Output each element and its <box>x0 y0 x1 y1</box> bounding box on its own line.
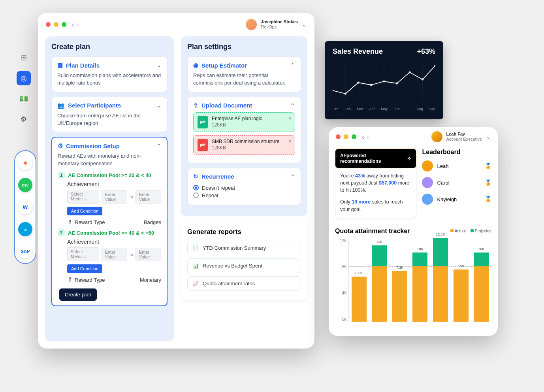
money-icon[interactable]: 💵 <box>17 92 31 106</box>
remove-icon[interactable]: × <box>289 139 292 144</box>
report-label: Revenue vs Budget Spent <box>203 263 262 269</box>
achievement-label: Achievement <box>67 181 161 187</box>
gift-icon: 🎖 <box>67 219 72 225</box>
bar-label: 12.1K <box>436 232 445 236</box>
report-icon: 📈 <box>192 281 199 286</box>
gear-icon[interactable]: ⚙ <box>17 112 31 126</box>
rec-line-1: You're 43% away from hitting next payout… <box>335 172 416 198</box>
rec-line-2: Only 10 more sales to reach your goal. <box>335 198 416 217</box>
workday-icon[interactable]: w <box>18 200 32 214</box>
salesforce-icon[interactable]: ☁ <box>18 222 32 236</box>
sales-revenue-card: Sales Revenue +63% JanFebMarAprMayJunJul… <box>325 41 443 119</box>
avatar <box>431 131 442 142</box>
plan-details-header[interactable]: ▦Plan Details ⌄ <box>57 62 162 69</box>
month-label: Jan <box>333 107 339 111</box>
maximize-icon[interactable] <box>62 22 66 27</box>
recommendations-header: AI-powered recommendations ✧ <box>335 149 416 168</box>
chevron-up-icon: ⌃ <box>156 143 161 149</box>
rep-window: ‹ › Leah Fay Account Executive ⌄ AI-powe… <box>329 127 498 336</box>
back-icon[interactable]: ‹ <box>72 21 74 29</box>
value-input[interactable]: Enter Value <box>136 190 161 204</box>
chevron-up-icon: ⌃ <box>290 102 295 109</box>
close-icon[interactable] <box>46 22 51 27</box>
upload-card: ⇧Upload Document ⌃ pdf Enterprise AE pla… <box>187 97 301 163</box>
report-label: YTD Commission Summary <box>203 245 266 251</box>
value-input[interactable]: Enter Value <box>136 248 161 261</box>
maximize-icon[interactable] <box>352 134 356 139</box>
select-metric-input[interactable]: Select Metric ⌄ <box>67 247 99 261</box>
bar-label: 7.3K <box>396 266 404 270</box>
integrations-rail: ⬢ csv w ☁ SAP <box>14 150 36 264</box>
create-plan-button[interactable]: Create plan <box>59 288 97 301</box>
value-input[interactable]: Enter Value <box>102 190 127 204</box>
medal-icon: 🏅 <box>485 179 491 186</box>
minimize-icon[interactable] <box>54 22 58 27</box>
commission-header[interactable]: ⚙Commission Setup ⌃ <box>58 142 161 149</box>
recurrence-option[interactable]: Repeat <box>193 192 295 198</box>
report-label: Quota attainment rates <box>203 281 255 286</box>
chevron-down-icon: ⌄ <box>486 134 491 140</box>
estimator-header[interactable]: ◉Setup Estimator ⌃ <box>193 62 295 69</box>
hubspot-icon[interactable]: ⬢ <box>18 156 32 170</box>
quota-bar <box>433 238 448 322</box>
forward-icon[interactable]: › <box>77 21 79 29</box>
participants-card: 👥Select Participants ⌄ Choose from enter… <box>51 97 168 132</box>
calculator-icon: ◉ <box>193 62 198 69</box>
report-item[interactable]: 📊Revenue vs Budget Spent <box>187 258 301 273</box>
nav-arrows: ‹ › <box>72 21 79 29</box>
estimator-card: ◉Setup Estimator ⌃ Reps can estimate the… <box>187 57 301 92</box>
y-tick: 0K <box>335 317 347 322</box>
leaderboard-card: Leaderboard Leah🏅Carol🏅Kayleigh🏅 <box>422 149 491 218</box>
target-icon[interactable]: ◎ <box>17 71 31 85</box>
month-label: Jul <box>406 107 410 111</box>
recurrence-card: ↻Recurrence ⌃ Doesn't repeat Repeat <box>187 168 301 205</box>
user-menu[interactable]: Josephine Stokes RevOps ⌄ <box>246 19 307 30</box>
radio-icon <box>193 192 199 198</box>
value-input[interactable]: Enter Value <box>102 248 127 261</box>
plan-details-desc: Build commission plans with accelerators… <box>57 72 162 87</box>
commission-card: ⚙Commission Setup ⌃ Reward AEs with mone… <box>51 137 168 306</box>
leader-name: Leah <box>437 163 448 169</box>
recurrence-option[interactable]: Doesn't repeat <box>193 185 295 191</box>
sap-icon[interactable]: SAP <box>18 244 32 258</box>
pdf-icon: pdf <box>198 116 208 128</box>
participants-header[interactable]: 👥Select Participants ⌄ <box>57 102 162 109</box>
add-condition-button[interactable]: Add Condition <box>67 207 102 215</box>
minimize-icon[interactable] <box>344 134 348 139</box>
dashboard-icon[interactable]: ⊞ <box>17 51 31 65</box>
report-item[interactable]: 📈Quota attainment rates <box>187 276 301 291</box>
bar-label: 10K <box>478 247 484 251</box>
upload-icon: ⇧ <box>193 102 198 109</box>
upload-header[interactable]: ⇧Upload Document ⌃ <box>193 102 295 109</box>
quota-title: Quota attainment tracker <box>335 228 410 235</box>
reward-value: Badges <box>144 219 161 225</box>
recurrence-header[interactable]: ↻Recurrence ⌃ <box>193 173 295 180</box>
report-icon: 📄 <box>192 245 199 251</box>
add-condition-button[interactable]: Add Condition <box>67 264 102 273</box>
reports-card: Generate reports 📄YTD Commission Summary… <box>181 222 307 300</box>
select-metric-input[interactable]: Select Metric ⌄ <box>67 190 99 204</box>
doc-name: SMB SDR commission structure <box>212 139 279 145</box>
user-menu[interactable]: Leah Fay Account Executive ⌄ <box>431 131 491 142</box>
month-label: Jun <box>394 107 400 111</box>
forward-icon[interactable]: › <box>367 133 369 141</box>
month-label: Apr <box>369 107 375 111</box>
quota-bar <box>352 277 367 322</box>
csv-icon[interactable]: csv <box>18 178 32 192</box>
leader-name: Kayleigh <box>437 196 457 202</box>
back-icon[interactable]: ‹ <box>362 133 364 141</box>
medal-icon: 🏅 <box>485 196 491 202</box>
report-item[interactable]: 📄YTD Commission Summary <box>187 241 301 255</box>
month-label: May <box>381 107 388 111</box>
reward-value: Monetary <box>140 277 161 283</box>
sales-title: Sales Revenue <box>333 47 383 56</box>
remove-icon[interactable]: × <box>289 116 292 121</box>
medal-icon: 🏅 <box>485 163 491 169</box>
user-name: Leah Fay <box>446 132 482 137</box>
pdf-icon: pdf <box>198 139 208 151</box>
user-role: RevOps <box>261 24 298 30</box>
radio-icon <box>193 185 199 190</box>
close-icon[interactable] <box>336 134 341 139</box>
month-label: Sep <box>429 107 435 111</box>
chevron-up-icon: ⌃ <box>290 173 295 180</box>
